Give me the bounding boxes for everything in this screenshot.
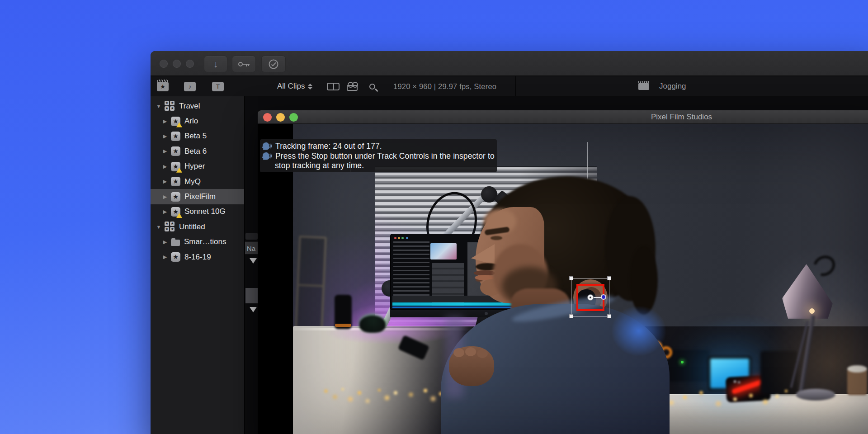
zoom-button[interactable] [186,60,194,68]
viewer-titlebar[interactable]: Pixel Film Studios [258,110,868,124]
updown-chevron-icon [308,84,312,90]
film-camera-icon[interactable] [347,76,358,96]
warning-icon [176,168,182,173]
titles-generators-icon[interactable]: T [212,76,224,96]
tracker-handle[interactable] [569,276,573,280]
key-icon [238,61,250,68]
star-warning-icon: ★ [171,162,180,171]
library-icon: ★★★★ [165,222,175,232]
clip-group-disclosure-icon[interactable] [250,258,257,264]
browser-list-strip: Na [244,96,258,434]
sidebar-item-label: Smar…tions [184,237,226,246]
sidebar-item-label: PixelFilm [184,192,216,201]
clip-info-text: 868 × 434 | 29.97 fps, Stereo [393,76,496,96]
star-icon: ★ [171,132,180,141]
clip-filter-label: All Clips [277,82,305,91]
clip-filter-dropdown[interactable]: All Clips [277,76,312,96]
import-down-icon: ↓ [213,59,218,69]
lamp-base [796,389,835,401]
sidebar-item-8-16-19[interactable]: ▶★8-16-19 [151,250,244,264]
star-warning-icon: ★ [171,207,180,217]
tracker-handle[interactable] [607,314,611,318]
viewer-content: Tracking frame: 24 out of 177. Press the… [258,124,868,434]
search-icon[interactable] [369,76,375,96]
sidebar-item-myq[interactable]: ▶★MyQ [151,174,244,189]
tracker-handle[interactable] [607,276,611,280]
project-indicator[interactable]: Jogging [638,76,686,96]
tracking-tooltip: Tracking frame: 24 out of 177. Press the… [260,139,497,172]
close-button[interactable] [263,113,272,122]
browser-toolbar: ★ ♪ T All Clips 868 × 434 | 29.97 fps, … [151,76,868,96]
clip-thumbnail-fragment[interactable] [245,288,258,303]
close-button[interactable] [160,60,168,68]
tooltip-line: Tracking frame: 24 out of 177. [272,142,382,151]
sidebar-item-label: Arlo [184,117,198,126]
warning-icon [176,213,182,218]
disclosure-closed-icon[interactable]: ▶ [161,239,169,245]
desktop: ↓ ★ ♪ T [0,0,868,434]
star-icon: ★ [171,146,180,156]
sidebar-item-label: Beta 5 [184,132,207,141]
disclosure-closed-icon[interactable]: ▶ [161,179,169,184]
sidebar-item-label: Hyper [184,162,205,171]
gaming-mouse [359,316,386,333]
project-name: Jogging [659,82,686,91]
sidebar-item-label: MyQ [184,177,201,186]
disclosure-closed-icon[interactable]: ▶ [161,148,169,154]
library-icon: ★★★★ [165,101,175,111]
sidebar-item-beta-5[interactable]: ▶★Beta 5 [151,129,244,144]
sidebar-item-untitled[interactable]: ▼★★★★Untitled [151,219,244,234]
background-tasks-button[interactable] [261,56,286,72]
disclosure-closed-icon[interactable]: ▶ [161,164,169,170]
sidebar-item-label: Untitled [179,222,205,231]
star-icon: ★ [171,177,180,186]
clapperboard-star-icon[interactable]: ★ [157,76,169,96]
tracker-drag-handle[interactable] [601,294,606,300]
sidebar-item-travel[interactable]: ▼★★★★Travel [151,99,244,113]
disclosure-closed-icon[interactable]: ▶ [161,209,169,215]
zoom-button[interactable] [289,113,298,122]
tracker-center-point[interactable] [587,294,594,301]
tooltip-line: Press the Stop button under Track Contro… [272,151,495,161]
star-warning-icon: ★ [171,117,180,126]
viewer-window-title: Pixel Film Studios [651,110,712,124]
main-titlebar[interactable]: ↓ [151,51,868,76]
sidebar-item-sonnet-10g[interactable]: ▶★Sonnet 10G [151,204,244,219]
sidebar-item-pixelfilm[interactable]: ▶★PixelFilm [151,189,244,204]
disclosure-closed-icon[interactable]: ▶ [161,194,169,200]
disclosure-open-icon[interactable]: ▼ [155,224,162,230]
photos-audio-icon[interactable]: ♪ [184,76,196,96]
shirt-blue-highlight [611,306,666,356]
name-column-header[interactable]: Na [245,241,259,255]
sidebar-item-smar-tions[interactable]: ▶Smar…tions [151,235,244,250]
tracker-handle[interactable] [569,314,573,318]
disclosure-open-icon[interactable]: ▼ [155,104,162,109]
star-icon: ★ [171,252,180,262]
libraries-sidebar: ▼★★★★Travel▶★Arlo▶★Beta 5▶★Beta 6▶★Hyper… [151,96,244,434]
disclosure-closed-icon[interactable]: ▶ [161,133,169,139]
filter-field-fragment[interactable] [245,233,258,240]
filmstrip-view-icon[interactable] [327,76,340,96]
sidebar-item-label: Travel [179,102,200,111]
minimize-button[interactable] [173,60,181,68]
speech-icon [262,152,272,160]
sidebar-item-arlo[interactable]: ▶★Arlo [151,113,244,128]
minimize-button[interactable] [276,113,285,122]
warning-icon [176,123,182,127]
sidebar-item-hyper[interactable]: ▶★Hyper [151,159,244,174]
string-lights [293,124,296,127]
keywords-button[interactable] [232,56,256,72]
sidebar-item-beta-6[interactable]: ▶★Beta 6 [151,144,244,159]
lamp-bulb-glint [809,308,815,314]
sidebar-item-label: Beta 6 [184,147,207,156]
clip-group-disclosure-icon[interactable] [250,307,257,312]
disclosure-closed-icon[interactable]: ▶ [161,118,169,124]
check-circle-icon [268,59,279,70]
tooltip-line: stop tracking at any time. [275,161,364,170]
disclosure-closed-icon[interactable]: ▶ [161,254,169,260]
import-button[interactable]: ↓ [204,56,227,72]
wood-roll [847,368,867,395]
viewer-window: Pixel Film Studios [258,110,868,434]
speech-icon [262,142,272,151]
sidebar-item-label: 8-16-19 [184,253,211,262]
